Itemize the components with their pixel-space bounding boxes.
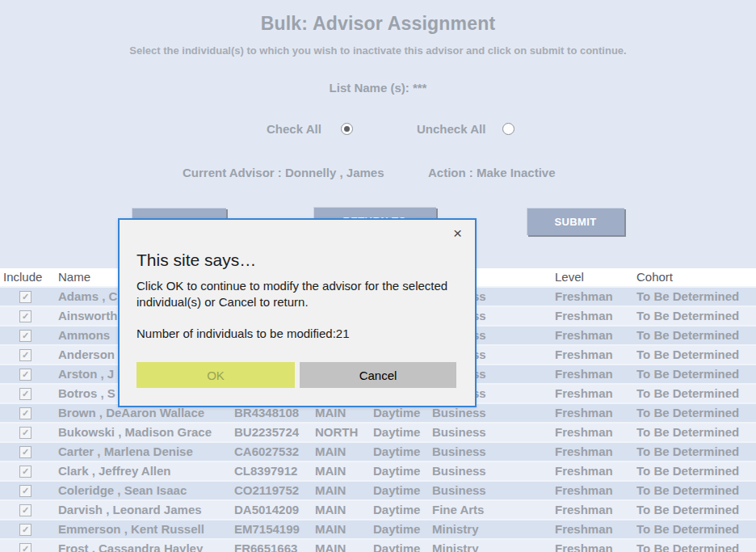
row-checkbox[interactable]: ✓: [19, 407, 32, 419]
include-cell: ✓: [0, 482, 58, 499]
level-cell: Freshman: [555, 288, 636, 305]
session-cell: Daytime: [373, 443, 432, 461]
id-cell: DA5014209: [234, 501, 315, 519]
row-checkbox[interactable]: ✓: [19, 446, 32, 458]
table-row: ✓Darvish , Leonard JamesDA5014209MAINDay…: [0, 501, 756, 520]
row-checkbox[interactable]: ✓: [19, 427, 32, 439]
header-cohort: Cohort: [636, 268, 756, 286]
include-cell: ✓: [0, 501, 58, 519]
level-cell: Freshman: [555, 482, 636, 499]
session-cell: Daytime: [373, 482, 432, 499]
name-cell: Frost , Cassandra Hayley: [58, 540, 234, 552]
name-cell: Clark , Jeffrey Allen: [58, 462, 234, 480]
id-cell: EM7154199: [234, 520, 315, 538]
row-checkbox[interactable]: ✓: [19, 310, 32, 322]
dialog-message: Click OK to continue to modify the advis…: [136, 278, 460, 310]
id-cell: CA6027532: [234, 443, 315, 461]
dialog-count-line: Number of individuals to be modified:21: [136, 327, 349, 340]
id-cell: CL8397912: [234, 462, 315, 480]
row-checkbox[interactable]: ✓: [19, 504, 32, 516]
include-cell: ✓: [0, 423, 58, 441]
level-cell: Freshman: [555, 540, 636, 552]
include-cell: ✓: [0, 327, 58, 344]
level-cell: Freshman: [555, 307, 636, 325]
session-cell: Daytime: [373, 540, 432, 552]
close-icon[interactable]: ×: [453, 225, 462, 242]
id-cell: BU2235724: [234, 423, 315, 441]
header-include: Include: [0, 268, 58, 286]
campus-cell: MAIN: [315, 520, 373, 538]
name-cell: Emmerson , Kent Russell: [58, 520, 234, 538]
uncheck-all-radio[interactable]: [502, 123, 514, 135]
bulk-advisor-assignment-page: Bulk: Advisor Assignment Select the indi…: [0, 0, 756, 552]
level-cell: Freshman: [555, 443, 636, 461]
campus-cell: MAIN: [315, 482, 373, 499]
check-all-label: Check All: [267, 122, 321, 136]
level-cell: Freshman: [555, 423, 636, 441]
include-cell: ✓: [0, 365, 58, 383]
cohort-cell: To Be Determined: [636, 307, 756, 325]
include-cell: ✓: [0, 307, 58, 325]
row-checkbox[interactable]: ✓: [19, 466, 32, 478]
session-cell: Daytime: [373, 520, 432, 538]
program-cell: Ministry: [432, 540, 555, 552]
row-checkbox[interactable]: ✓: [19, 369, 32, 381]
campus-cell: MAIN: [315, 443, 373, 461]
include-cell: ✓: [0, 288, 58, 305]
cohort-cell: To Be Determined: [636, 443, 756, 461]
include-cell: ✓: [0, 540, 58, 552]
include-cell: ✓: [0, 385, 58, 402]
session-cell: Daytime: [373, 462, 432, 480]
cohort-cell: To Be Determined: [636, 423, 756, 441]
cancel-button[interactable]: Cancel: [300, 362, 456, 388]
session-cell: Daytime: [373, 501, 432, 519]
ok-button[interactable]: OK: [136, 362, 295, 388]
dialog-title: This site says…: [136, 251, 256, 270]
row-checkbox[interactable]: ✓: [19, 485, 32, 497]
row-checkbox[interactable]: ✓: [19, 291, 32, 303]
cohort-cell: To Be Determined: [636, 346, 756, 364]
program-cell: Ministry: [432, 520, 555, 538]
row-checkbox[interactable]: ✓: [19, 543, 32, 552]
level-cell: Freshman: [555, 327, 636, 344]
cohort-cell: To Be Determined: [636, 365, 756, 383]
header-level: Level: [555, 268, 636, 286]
table-row: ✓Emmerson , Kent RussellEM7154199MAINDay…: [0, 520, 756, 540]
cohort-cell: To Be Determined: [636, 462, 756, 480]
table-row: ✓Carter , Marlena DeniseCA6027532MAINDay…: [0, 443, 756, 462]
program-cell: Business: [432, 482, 555, 499]
level-cell: Freshman: [555, 520, 636, 538]
id-cell: FR6651663: [234, 540, 315, 552]
level-cell: Freshman: [555, 501, 636, 519]
cohort-cell: To Be Determined: [636, 501, 756, 519]
table-row: ✓Frost , Cassandra HayleyFR6651663MAINDa…: [0, 540, 756, 552]
campus-cell: NORTH: [315, 423, 373, 441]
submit-button[interactable]: SUBMIT: [527, 208, 624, 235]
table-row: ✓Clark , Jeffrey AllenCL8397912MAINDayti…: [0, 462, 756, 482]
name-cell: Carter , Marlena Denise: [58, 443, 234, 461]
include-cell: ✓: [0, 404, 58, 422]
row-checkbox[interactable]: ✓: [19, 349, 32, 361]
session-cell: Daytime: [373, 423, 432, 441]
include-cell: ✓: [0, 346, 58, 364]
list-name-line: List Name (s): ***: [0, 81, 756, 95]
level-cell: Freshman: [555, 462, 636, 480]
level-cell: Freshman: [555, 385, 636, 402]
page-subtitle: Select the individual(s) to which you wi…: [0, 44, 756, 57]
cohort-cell: To Be Determined: [636, 520, 756, 538]
level-cell: Freshman: [555, 404, 636, 422]
current-advisor-line: Current Advisor : Donnelly , James: [183, 166, 384, 179]
row-checkbox[interactable]: ✓: [19, 524, 32, 536]
uncheck-all-label: Uncheck All: [417, 122, 485, 136]
name-cell: Bukowski , Madison Grace: [58, 423, 234, 441]
row-checkbox[interactable]: ✓: [19, 388, 32, 400]
check-all-radio[interactable]: [341, 123, 353, 135]
campus-cell: MAIN: [315, 462, 373, 480]
table-row: ✓Bukowski , Madison GraceBU2235724NORTHD…: [0, 423, 756, 443]
cohort-cell: To Be Determined: [636, 288, 756, 305]
table-row: ✓Coleridge , Sean IsaacCO2119752MAINDayt…: [0, 482, 756, 501]
page-title: Bulk: Advisor Assignment: [0, 13, 756, 35]
row-checkbox[interactable]: ✓: [19, 330, 32, 342]
cohort-cell: To Be Determined: [636, 540, 756, 552]
program-cell: Business: [432, 423, 555, 441]
